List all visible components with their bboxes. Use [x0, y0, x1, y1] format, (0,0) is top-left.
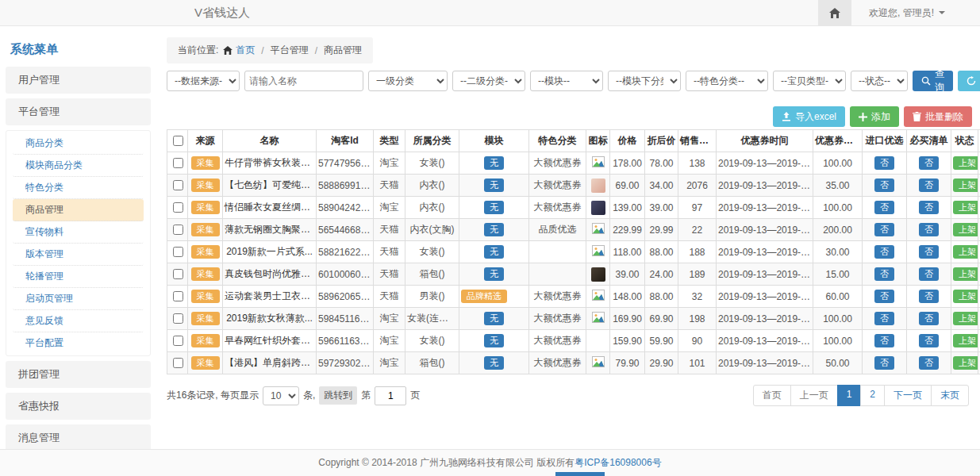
import-select-badge[interactable]: 否 [874, 356, 894, 370]
page-button[interactable]: 上一页 [790, 385, 838, 406]
sidebar-group-header[interactable]: 消息管理 [6, 424, 151, 451]
import-select-badge[interactable]: 否 [874, 290, 894, 304]
filter-select[interactable]: --数据来源-- [167, 71, 240, 91]
feature-category-cell [529, 263, 586, 286]
status-badge[interactable]: 上架 [953, 356, 978, 370]
row-checkbox[interactable] [173, 247, 183, 257]
filter-select[interactable]: --模块下分类-- [608, 71, 681, 91]
sidebar-item[interactable]: 轮播管理 [13, 266, 144, 288]
must-buy-badge[interactable]: 否 [919, 156, 939, 171]
sidebar-group-header[interactable]: 用户管理 [6, 67, 151, 94]
import-select-badge[interactable]: 否 [874, 178, 894, 193]
filter-select[interactable]: --宝贝类型-- [773, 71, 846, 91]
sidebar-item[interactable]: 模块商品分类 [13, 155, 144, 177]
import-select-badge[interactable]: 否 [874, 201, 894, 215]
search-button[interactable]: 查询 [913, 71, 953, 91]
must-buy-badge[interactable]: 否 [919, 178, 939, 193]
row-select-cell [167, 330, 188, 352]
icp-link[interactable]: 粤ICP备16098006号 [575, 456, 661, 470]
row-checkbox[interactable] [173, 158, 183, 168]
filter-select[interactable]: --模块-- [530, 71, 603, 91]
coupon-time-cell: 2019-09-13—2019-09-18 [717, 175, 813, 197]
row-checkbox[interactable] [173, 313, 183, 324]
feature-category-cell: 大额优惠券 [529, 152, 586, 175]
must-buy-badge[interactable]: 否 [919, 201, 939, 215]
row-checkbox[interactable] [173, 358, 183, 368]
sidebar-item[interactable]: 商品分类 [13, 132, 144, 155]
module-badge: 无 [484, 245, 504, 259]
import-select-badge[interactable]: 否 [874, 156, 894, 171]
source-cell: 采集 [188, 241, 223, 263]
row-checkbox[interactable] [173, 269, 183, 279]
sidebar-item[interactable]: 版本管理 [13, 244, 144, 266]
sidebar-item[interactable]: 特色分类 [13, 177, 144, 199]
filter-select[interactable]: 一级分类 [368, 71, 448, 91]
sidebar-item[interactable]: 商品管理 [13, 199, 144, 221]
sidebar-item[interactable]: 启动页管理 [13, 288, 144, 310]
source-cell: 采集 [188, 263, 223, 286]
import-select-badge[interactable]: 否 [874, 312, 894, 326]
sidebar-group-header[interactable]: 平台管理 [6, 98, 151, 125]
status-badge[interactable]: 上架 [953, 312, 978, 326]
page-button[interactable]: 2 [860, 385, 885, 406]
import-excel-button[interactable]: 导入excel [773, 106, 845, 127]
status-badge[interactable]: 上架 [953, 245, 978, 259]
must-buy-badge[interactable]: 否 [919, 223, 939, 237]
must-buy-badge[interactable]: 否 [919, 334, 939, 348]
import-select-badge[interactable]: 否 [874, 334, 894, 348]
row-checkbox[interactable] [173, 336, 183, 346]
sidebar-submenu: 商品分类模块商品分类特色分类商品管理宣传物料版本管理轮播管理启动页管理意见反馈平… [6, 130, 151, 356]
add-button[interactable]: 添加 [850, 106, 899, 127]
jump-page-input[interactable] [375, 386, 406, 405]
name-search-input[interactable] [244, 71, 363, 91]
must-buy-badge[interactable]: 否 [919, 290, 939, 304]
must-buy-badge[interactable]: 否 [919, 356, 939, 370]
row-checkbox[interactable] [173, 225, 183, 235]
sidebar-group-header[interactable]: 拼团管理 [6, 361, 151, 388]
status-badge[interactable]: 上架 [953, 267, 978, 282]
user-menu[interactable]: 欢迎您, 管理员! [851, 0, 980, 25]
must-buy-badge[interactable]: 否 [919, 312, 939, 326]
import-select-badge[interactable]: 否 [874, 245, 894, 259]
pagination-row: 共16条记录, 每页显示 10 条, 跳转到 第 页 首页上一页12下一页末页 [167, 385, 972, 406]
must-buy-badge[interactable]: 否 [919, 245, 939, 259]
page-button[interactable]: 1 [837, 385, 862, 406]
row-checkbox[interactable] [173, 291, 183, 301]
status-badge[interactable]: 上架 [953, 178, 978, 193]
filter-select[interactable]: --状态-- [851, 71, 908, 91]
import-select-badge[interactable]: 否 [874, 267, 894, 282]
trash-icon [913, 112, 921, 121]
import-select-badge[interactable]: 否 [874, 223, 894, 237]
status-badge[interactable]: 上架 [953, 201, 978, 215]
batch-delete-button[interactable]: 批量删除 [904, 106, 972, 127]
breadcrumb-home-link[interactable]: 首页 [236, 44, 255, 57]
row-checkbox[interactable] [173, 202, 183, 213]
navbar-right: 欢迎您, 管理员! [818, 0, 980, 25]
filter-select[interactable]: --特色分类-- [686, 71, 768, 91]
product-name-cell: 【港风】单肩斜跨链条... [223, 352, 317, 374]
status-badge[interactable]: 上架 [953, 290, 978, 304]
filter-select[interactable]: --二级分类-- [452, 71, 525, 91]
status-badge[interactable]: 上架 [953, 334, 978, 348]
row-checkbox[interactable] [173, 180, 183, 190]
per-page-select[interactable]: 10 [263, 386, 299, 405]
discount-price-cell: 88.00 [645, 241, 678, 263]
column-header: 优惠券时间 [717, 130, 813, 152]
page-button[interactable]: 下一页 [884, 385, 932, 406]
status-badge[interactable]: 上架 [953, 156, 978, 171]
sidebar-item[interactable]: 平台配置 [13, 332, 144, 354]
home-button[interactable] [818, 0, 851, 25]
page-button[interactable]: 首页 [753, 385, 791, 406]
sidebar-item[interactable]: 宣传物料 [13, 221, 144, 244]
source-badge: 采集 [191, 245, 220, 259]
reset-button[interactable]: 重置 [958, 71, 980, 91]
status-badge[interactable]: 上架 [953, 223, 978, 237]
must-buy-badge[interactable]: 否 [919, 267, 939, 282]
taoke-id-cell: 597293020870 [317, 352, 374, 374]
select-all-checkbox[interactable] [173, 136, 183, 146]
import-select-cell: 否 [863, 241, 907, 263]
page-button[interactable]: 末页 [931, 385, 969, 406]
source-badge: 采集 [191, 156, 220, 171]
sidebar-item[interactable]: 意见反馈 [13, 310, 144, 332]
sidebar-group-header[interactable]: 省惠快报 [6, 393, 151, 420]
